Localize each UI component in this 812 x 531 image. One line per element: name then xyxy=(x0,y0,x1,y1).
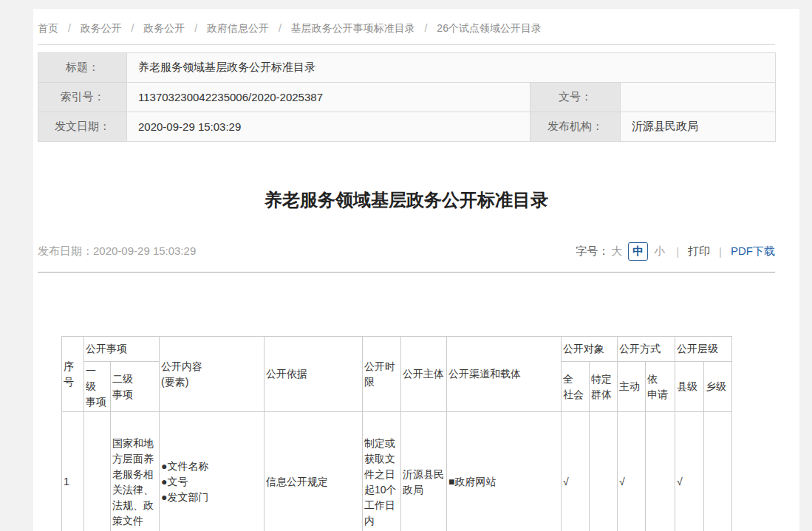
font-size-small-button[interactable]: 小 xyxy=(654,244,665,258)
breadcrumb-zwgk-2[interactable]: 政务公开 xyxy=(143,22,185,34)
header-seq: 序 号 xyxy=(62,337,84,412)
cell-time-limit: 制定或 获取文 件之日 起10个 工作日 内 xyxy=(363,412,401,531)
cell-level-town xyxy=(704,412,732,531)
breadcrumb-separator: / xyxy=(132,22,134,34)
article-meta-row: 发布日期：2020-09-29 15:03:29 字号： 大 中 小 | 打印 … xyxy=(38,240,775,262)
header-method-request: 依 申请 xyxy=(646,362,675,412)
content-area: 首页 / 政务公开 / 政务公开 / 政府信息公开 / 基层政务公开事项标准目录… xyxy=(33,9,799,531)
breadcrumb-home[interactable]: 首页 xyxy=(38,22,58,34)
cell-basis: 信息公开规定 xyxy=(265,412,363,531)
page-container: 首页 / 政务公开 / 政务公开 / 政府信息公开 / 基层政务公开事项标准目录… xyxy=(33,9,799,531)
meta-row-date: 发文日期： 2020-09-29 15:03:29 发布机构： 沂源县民政局 xyxy=(38,112,776,142)
meta-row-index: 索引号： 113703230042235006/2020-2025387 文号： xyxy=(38,83,776,112)
header-target-specific: 特定 群体 xyxy=(590,362,618,412)
cell-content: ●文件名称 ●文号 ●发文部门 xyxy=(160,412,265,531)
font-size-label: 字号： xyxy=(576,244,609,258)
meta-issue-date-label: 发文日期： xyxy=(38,112,127,142)
meta-issue-date-value: 2020-09-29 15:03:29 xyxy=(127,112,530,142)
breadcrumb-gov-info[interactable]: 政府信息公开 xyxy=(207,22,269,34)
font-size-large-button[interactable]: 大 xyxy=(611,244,622,258)
header-content: 公开内容 (要素) xyxy=(160,337,265,412)
header-target-group: 公开对象 xyxy=(562,337,618,362)
cell-seq: 1 xyxy=(62,412,84,531)
toolbar-divider: | xyxy=(676,245,679,258)
header-level2: 二级 事项 xyxy=(111,362,160,412)
catalog-header-row-1: 序 号 公开事项 公开内容 (要素) 公开依据 公开时 限 公开主体 公开渠道和… xyxy=(62,337,732,362)
meta-index-value: 113703230042235006/2020-2025387 xyxy=(127,83,530,112)
meta-docnum-label: 文号： xyxy=(530,83,621,112)
disclosure-catalog-table: 序 号 公开事项 公开内容 (要素) 公开依据 公开时 限 公开主体 公开渠道和… xyxy=(61,336,732,531)
breadcrumb-pilot-catalog[interactable]: 26个试点领域公开目录 xyxy=(437,22,542,34)
meta-title-label: 标题： xyxy=(38,53,127,83)
header-basis: 公开依据 xyxy=(265,337,363,412)
publish-date-label: 发布日期： xyxy=(38,244,93,257)
meta-index-label: 索引号： xyxy=(38,83,127,112)
cell-method-active: √ xyxy=(618,412,646,531)
publish-date-value: 2020-09-29 15:03:29 xyxy=(93,244,196,257)
meta-title-value: 养老服务领域基层政务公开标准目录 xyxy=(127,53,776,83)
font-size-medium-button[interactable]: 中 xyxy=(628,242,648,261)
header-target-all: 全 社会 xyxy=(562,362,590,412)
meta-agency-value: 沂源县民政局 xyxy=(621,112,776,142)
cell-level1 xyxy=(84,412,111,531)
page-title: 养老服务领域基层政务公开标准目录 xyxy=(38,188,775,213)
cell-method-request xyxy=(646,412,675,531)
pdf-download-link[interactable]: PDF下载 xyxy=(731,244,775,258)
cell-target-all: √ xyxy=(562,412,590,531)
header-method-group: 公开方式 xyxy=(618,337,675,362)
cell-target-specific xyxy=(590,412,618,531)
cell-level-county: √ xyxy=(675,412,704,531)
meta-row-title: 标题： 养老服务领域基层政务公开标准目录 xyxy=(38,53,776,83)
header-level-county: 县级 xyxy=(675,362,704,412)
header-divider xyxy=(38,272,775,273)
breadcrumb-zwgk-1[interactable]: 政务公开 xyxy=(81,22,122,34)
cell-subject: 沂源县民 政局 xyxy=(401,412,447,531)
header-level-town: 乡级 xyxy=(704,362,732,412)
header-method-active: 主动 xyxy=(618,362,646,412)
breadcrumb-separator: / xyxy=(425,22,428,34)
publish-date: 发布日期：2020-09-29 15:03:29 xyxy=(38,244,196,258)
meta-docnum-value xyxy=(621,83,776,112)
document-meta-table: 标题： 养老服务领域基层政务公开标准目录 索引号： 11370323004223… xyxy=(38,52,776,142)
breadcrumb: 首页 / 政务公开 / 政务公开 / 政府信息公开 / 基层政务公开事项标准目录… xyxy=(38,9,775,45)
breadcrumb-standard-catalog[interactable]: 基层政务公开事项标准目录 xyxy=(291,22,415,34)
header-time-limit: 公开时 限 xyxy=(363,337,401,412)
header-level-group: 公开层级 xyxy=(675,337,732,362)
meta-agency-label: 发布机构： xyxy=(530,112,621,142)
toolbar-divider: | xyxy=(719,245,722,258)
article-toolbar: 字号： 大 中 小 | 打印 | PDF下载 xyxy=(576,242,775,261)
header-matters-group: 公开事项 xyxy=(84,337,160,362)
cell-channel: ■政府网站 xyxy=(447,412,562,531)
cell-level2: 国家和地 方层面养 老服务相 关法律、 法规、政 策文件 xyxy=(111,412,160,531)
header-channel: 公开渠道和载体 xyxy=(447,337,562,412)
breadcrumb-separator: / xyxy=(279,22,282,34)
header-level1: 一 级 事项 xyxy=(84,362,111,412)
breadcrumb-separator: / xyxy=(194,22,197,34)
header-subject: 公开主体 xyxy=(401,337,447,412)
catalog-data-row-1: 1 国家和地 方层面养 老服务相 关法律、 法规、政 策文件 ●文件名称 ●文号… xyxy=(62,412,732,531)
print-button[interactable]: 打印 xyxy=(688,244,710,258)
breadcrumb-separator: / xyxy=(68,22,71,34)
